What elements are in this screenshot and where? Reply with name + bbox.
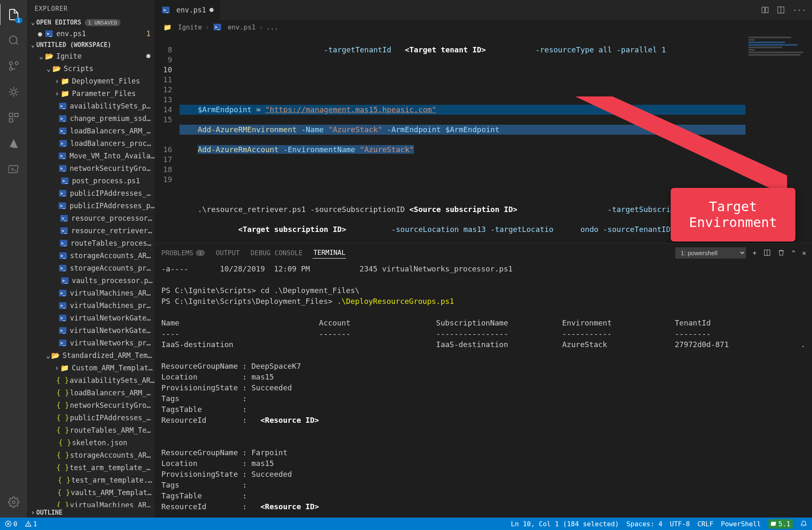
- status-spaces[interactable]: Spaces: 4: [626, 520, 662, 528]
- svg-point-5: [12, 90, 15, 94]
- svg-point-0: [9, 36, 17, 44]
- file-item[interactable]: >_routeTables_processor.ps1: [27, 237, 155, 249]
- file-item[interactable]: >_resource_processor.ps1: [27, 212, 155, 224]
- file-item[interactable]: { }loadBalancers_ARM_Template...: [27, 387, 155, 399]
- folder-deployment[interactable]: ›📁 Deployment_Files: [27, 75, 155, 87]
- file-item[interactable]: >_publicIPAddresses_processor....: [27, 200, 155, 212]
- file-item[interactable]: { }routeTables_ARM_Template.json: [27, 424, 155, 436]
- debug-icon[interactable]: [3, 81, 24, 102]
- code-content[interactable]: -targetTenantId <Target tenant ID> -reso…: [180, 34, 746, 243]
- status-warnings[interactable]: 1: [25, 520, 37, 528]
- file-item[interactable]: >_storageAccounts_ARM_Templ...: [27, 249, 155, 262]
- line-gutter: 8910111213141516171819: [155, 34, 180, 243]
- explorer-icon[interactable]: 1: [3, 4, 24, 25]
- file-item[interactable]: { }test_arm_template_parameter...: [27, 461, 155, 474]
- file-item[interactable]: { }virtualMachines_ARM_Templa...: [27, 499, 155, 507]
- explorer-title: EXPLORER: [27, 0, 155, 17]
- file-item[interactable]: >_post_process.ps1: [27, 175, 155, 187]
- folder-parameter[interactable]: ›📁 Parameter_Files: [27, 87, 155, 100]
- outline-header[interactable]: › OUTLINE: [27, 507, 155, 518]
- tab-debug-console[interactable]: DEBUG CONSOLE: [250, 247, 303, 259]
- file-item[interactable]: { }test_arm_template.json: [27, 474, 155, 486]
- svg-rect-7: [15, 113, 18, 117]
- file-item[interactable]: { }storageAccounts_ARM_Templ...: [27, 449, 155, 461]
- status-bar: 0 1 Ln 10, Col 1 (184 selected) Spaces: …: [0, 518, 812, 530]
- file-item[interactable]: >_Move_VM_Into_AvailabilitySet...: [27, 150, 155, 162]
- svg-point-10: [12, 501, 15, 504]
- file-item[interactable]: >_availabilitySets_processor.ps1: [27, 100, 155, 112]
- tab-bar: >_ env.ps1 ···: [155, 0, 812, 20]
- open-editor-file[interactable]: ● >_ env.ps1 1: [27, 27, 155, 40]
- status-ext[interactable]: 5.1: [768, 519, 793, 529]
- tab-env-ps1[interactable]: >_ env.ps1: [155, 0, 221, 20]
- file-item[interactable]: >_vaults_processor.ps1: [27, 274, 155, 287]
- editor-area: >_ env.ps1 ··· 📁 Ignite › >_ env.ps1 › .…: [155, 0, 812, 518]
- file-item[interactable]: >_loadBalancers_ARM_Template...: [27, 125, 155, 137]
- svg-rect-6: [9, 113, 12, 117]
- file-item[interactable]: >_virtualMachines_ARM_Templa...: [27, 287, 155, 299]
- search-icon[interactable]: [3, 30, 24, 51]
- svg-rect-8: [9, 118, 12, 122]
- file-item[interactable]: >_change_premium_ssd_to_stan...: [27, 112, 155, 125]
- compare-icon[interactable]: [761, 6, 769, 14]
- explorer-badge: 1: [15, 17, 22, 23]
- breadcrumb[interactable]: 📁 Ignite › >_ env.ps1 › ...: [155, 20, 812, 34]
- settings-gear-icon[interactable]: [3, 492, 24, 513]
- folder-custom[interactable]: ›📁 Custom_ARM_Templates: [27, 362, 155, 374]
- file-item[interactable]: { }networkSecurityGroups_ARM_...: [27, 399, 155, 412]
- file-item[interactable]: { }availabilitySets_ARM_Templat...: [27, 374, 155, 387]
- status-eol[interactable]: CRLF: [697, 520, 714, 528]
- svg-point-2: [15, 62, 18, 65]
- file-item[interactable]: { }vaults_ARM_Template.json: [27, 486, 155, 499]
- file-item[interactable]: >_virtualNetworks_processor.ps1: [27, 337, 155, 349]
- file-item[interactable]: >_networkSecurityGroups_proce...: [27, 162, 155, 175]
- maximize-panel-icon[interactable]: ^: [792, 249, 796, 257]
- source-control-icon[interactable]: [3, 56, 24, 76]
- panel-tabs: PROBLEMS1 OUTPUT DEBUG CONSOLE TERMINAL …: [155, 244, 812, 262]
- folder-standardized[interactable]: ⌄📂 Standardized_ARM_Templates: [27, 349, 155, 362]
- new-terminal-icon[interactable]: +: [753, 249, 757, 257]
- file-item[interactable]: { }publicIPAddresses_ARM_Temp...: [27, 412, 155, 424]
- explorer-sidebar: EXPLORER ⌄ OPEN EDITORS 1 UNSAVED ● >_ e…: [27, 0, 155, 518]
- more-icon[interactable]: ···: [792, 6, 806, 15]
- file-item[interactable]: >_resource_retriever.ps1: [27, 224, 155, 237]
- file-item[interactable]: >_publicIPAddresses_ARM_Temp...: [27, 187, 155, 200]
- split-editor-icon[interactable]: [777, 6, 785, 14]
- status-language[interactable]: PowerShell: [721, 520, 761, 528]
- svg-line-1: [16, 42, 18, 44]
- terminal-selector[interactable]: 1: powershell: [675, 247, 746, 259]
- svg-rect-12: [765, 7, 768, 12]
- file-item[interactable]: >_virtualNetworkGateways_ARM...: [27, 312, 155, 324]
- open-editors-header[interactable]: ⌄ OPEN EDITORS 1 UNSAVED: [27, 17, 155, 27]
- folder-ignite[interactable]: ⌄📂 Ignite: [27, 50, 155, 62]
- workspace-header[interactable]: ⌄ UNTITLED (WORKSPACE): [27, 40, 155, 50]
- terminal[interactable]: -a---- 10/28/2019 12:09 PM 2345 virtualN…: [155, 262, 812, 518]
- azure-icon[interactable]: [3, 133, 24, 154]
- file-item[interactable]: >_loadBalancers_processor.ps1: [27, 137, 155, 150]
- svg-point-22: [28, 525, 28, 526]
- status-cursor[interactable]: Ln 10, Col 1 (184 selected): [511, 520, 619, 528]
- folder-scripts[interactable]: ⌄📂 Scripts: [27, 62, 155, 75]
- powershell-activity-icon[interactable]: [3, 159, 24, 180]
- status-encoding[interactable]: UTF-8: [670, 520, 690, 528]
- callout-box: Target Environment: [671, 188, 795, 242]
- activity-bar: 1: [0, 0, 27, 518]
- bottom-panel: PROBLEMS1 OUTPUT DEBUG CONSOLE TERMINAL …: [155, 243, 812, 518]
- file-tree: ⌄📂 Ignite ⌄📂 Scripts ›📁 Deployment_Files…: [27, 50, 155, 507]
- code-editor[interactable]: 8910111213141516171819 -targetTenantId <…: [155, 34, 812, 243]
- status-notifications-icon[interactable]: [800, 520, 807, 527]
- extensions-icon[interactable]: [3, 107, 24, 128]
- tab-terminal[interactable]: TERMINAL: [312, 247, 346, 259]
- file-item[interactable]: { }skeleton.json: [27, 436, 155, 449]
- file-item[interactable]: >_virtualMachines_processor.ps1: [27, 299, 155, 312]
- file-item[interactable]: >_storageAccounts_processor.ps1: [27, 262, 155, 274]
- svg-point-4: [9, 62, 12, 65]
- tab-output[interactable]: OUTPUT: [215, 247, 241, 259]
- kill-terminal-icon[interactable]: [778, 249, 785, 256]
- close-panel-icon[interactable]: ✕: [802, 249, 806, 257]
- tab-problems[interactable]: PROBLEMS1: [160, 247, 206, 259]
- file-item[interactable]: >_virtualNetworkGateways_proc...: [27, 324, 155, 337]
- status-errors[interactable]: 0: [5, 520, 17, 528]
- svg-rect-11: [762, 7, 765, 12]
- split-terminal-icon[interactable]: [763, 249, 771, 256]
